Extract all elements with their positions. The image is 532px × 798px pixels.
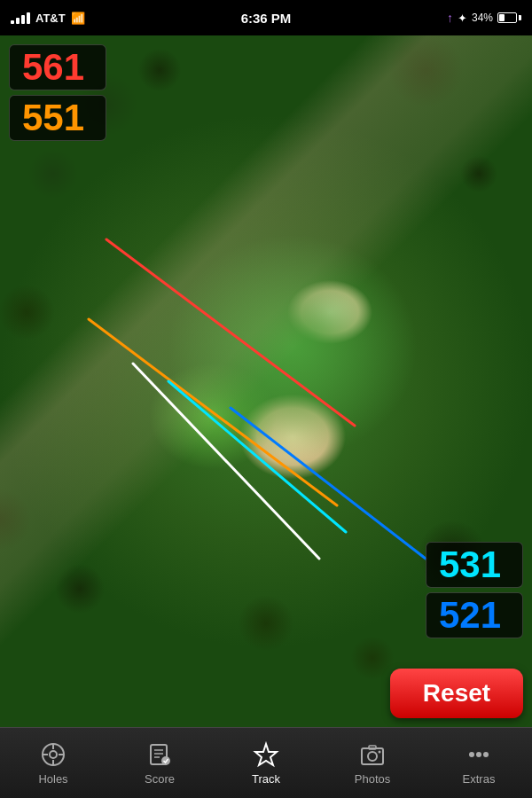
status-left: AT&T 📶 [11,12,85,25]
reset-button[interactable]: Reset [390,669,523,718]
photos-label: Photos [355,772,390,786]
score-cyan: 531 [426,542,523,588]
signal-icon [11,12,30,24]
time-label: 6:36 PM [241,11,292,26]
score-label: Score [145,772,175,786]
tab-photos[interactable]: Photos [319,733,426,793]
tab-holes[interactable]: Holes [0,733,106,793]
score-icon [145,740,174,769]
score-orange: 551 [9,95,106,141]
score-red: 561 [9,44,106,90]
svg-point-23 [483,752,489,757]
tab-track[interactable]: Track [213,733,319,793]
extras-label: Extras [463,772,496,786]
bottom-right-scores: 531 521 [426,542,523,638]
tab-bar: Holes Score Track [0,727,532,798]
photos-icon [358,740,387,769]
status-right: ↑ ✦ 34% [447,11,521,25]
location-icon: ↑ [447,11,453,25]
tab-extras[interactable]: Extras [426,733,532,793]
svg-point-22 [476,752,481,757]
tab-score[interactable]: Score [106,733,213,793]
holes-icon [39,740,67,769]
svg-point-20 [379,751,381,754]
svg-point-15 [161,756,170,765]
map-container[interactable]: 561 551 531 521 Reset [0,35,532,727]
svg-point-18 [368,752,377,761]
track-label: Track [252,772,280,786]
battery-percent: 34% [472,12,493,24]
wifi-icon: 📶 [71,12,85,25]
holes-label: Holes [38,772,67,786]
bluetooth-icon: ✦ [458,12,467,25]
svg-point-21 [469,752,474,757]
extras-icon [465,740,493,769]
battery-icon [497,12,521,23]
carrier-label: AT&T [35,12,66,25]
svg-point-6 [50,751,57,758]
svg-marker-16 [255,744,277,765]
score-blue: 521 [426,592,523,638]
track-icon [252,740,280,769]
top-left-scores: 561 551 [9,44,106,141]
status-bar: AT&T 📶 6:36 PM ↑ ✦ 34% [0,0,532,35]
